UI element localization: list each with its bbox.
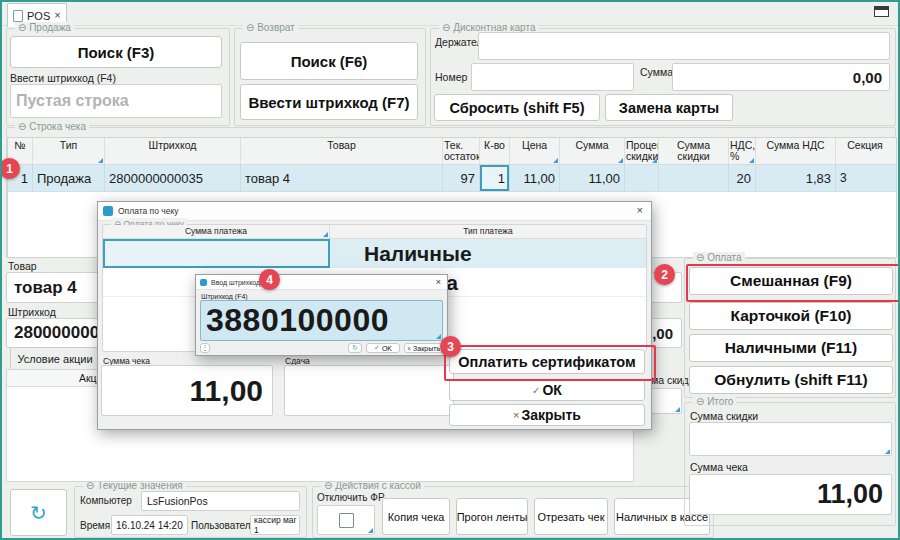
payment-table-header: Сумма платежа Тип платежа: [103, 225, 646, 239]
annotation-circle-1: 1: [0, 158, 20, 179]
card-sum-field[interactable]: 0,00: [672, 63, 890, 91]
totals-discount-field[interactable]: [689, 422, 892, 456]
check-icon: ✓: [532, 385, 540, 396]
payment-col-sum[interactable]: Сумма платежа: [103, 225, 330, 238]
totals-sum-field[interactable]: 11,00: [689, 474, 892, 515]
totals-title: Итого: [707, 396, 733, 407]
cell-section[interactable]: 3: [836, 165, 894, 191]
payment-dialog-title: Оплата по чеку: [118, 206, 179, 216]
barcode-dialog-title: Ввод штрихкода: [211, 279, 264, 286]
sale-search-button[interactable]: Поиск (F3): [10, 36, 222, 68]
cell-discount-sum[interactable]: [659, 165, 729, 191]
barcode-close-button[interactable]: ×Закрыть: [404, 343, 443, 353]
col-header-discount-pct[interactable]: Процент скидки: [625, 138, 659, 164]
payment-row-cash[interactable]: Наличные: [103, 239, 646, 268]
dialog-close-button[interactable]: ×Закрыть: [449, 404, 645, 426]
cash-payment-button[interactable]: Наличными (F11): [689, 334, 893, 362]
cell-type[interactable]: Продажа: [33, 165, 105, 191]
disable-fr-label: Отключить ФР: [317, 492, 385, 504]
computer-field[interactable]: LsFusionPos: [141, 491, 300, 511]
annotation-circle-4: 4: [259, 269, 280, 290]
change-field[interactable]: [284, 365, 454, 416]
cut-receipt-button[interactable]: Отрезать чек: [534, 498, 608, 535]
collapse-icon[interactable]: ⊖: [18, 121, 26, 132]
cell-stock[interactable]: 97: [443, 165, 480, 191]
barcode-dialog-titlebar[interactable]: Ввод штрихкода ×: [196, 275, 447, 290]
time-label: Время: [80, 520, 110, 532]
cell-price[interactable]: 11,00: [510, 165, 560, 191]
col-header-barcode[interactable]: Штрихкод: [105, 138, 241, 164]
barcode-close-label: Закрыть: [413, 345, 440, 352]
check-icon: ✓: [374, 344, 380, 352]
refresh-button[interactable]: ↻: [10, 489, 67, 536]
barcode-menu-button[interactable]: ⋮: [200, 343, 210, 353]
annotation-circle-3: 3: [440, 336, 461, 357]
table-row[interactable]: 1 Продажа 2800000000035 товар 4 97 1 11,…: [8, 165, 896, 192]
card-holder-field[interactable]: [478, 32, 890, 60]
restore-window-icon[interactable]: [874, 6, 889, 17]
tab-label: POS: [27, 10, 50, 22]
col-header-sum[interactable]: Сумма: [560, 138, 625, 164]
refund-barcode-button[interactable]: Ввести штрихкод (F7): [240, 84, 418, 120]
receipt-copy-button[interactable]: Копия чека: [382, 498, 450, 535]
dialog-receipt-sum-field[interactable]: 11,00: [101, 365, 273, 416]
payment-col-type[interactable]: Тип платежа: [330, 225, 646, 238]
time-field[interactable]: 16.10.24 14:20: [111, 515, 188, 535]
disable-fr-checkbox[interactable]: [339, 513, 354, 528]
cell-vat-sum[interactable]: 1,83: [756, 165, 836, 191]
col-header-section[interactable]: Секция: [836, 138, 894, 164]
tape-feed-button[interactable]: Прогон ленты: [456, 498, 528, 535]
clear-receipt-button[interactable]: Обнулить (shift F11): [689, 366, 893, 394]
collapse-icon[interactable]: ⊖: [246, 22, 254, 33]
computer-label: Компьютер: [80, 495, 132, 507]
col-header-vat-sum[interactable]: Сумма НДС: [756, 138, 836, 164]
col-header-qty[interactable]: К-во: [480, 138, 510, 164]
barcode-dialog-close-icon[interactable]: ×: [436, 277, 441, 288]
col-header-stock[interactable]: Тек. остаток: [443, 138, 480, 164]
dots-icon: ⋮: [202, 344, 209, 352]
cell-sum[interactable]: 11,00: [560, 165, 625, 191]
card-reset-button[interactable]: Сбросить (shift F5): [434, 94, 600, 121]
tab-close-icon[interactable]: ×: [54, 10, 60, 21]
promo-condition-tab[interactable]: Условие акции: [10, 347, 100, 369]
refund-group-title: Возврат: [257, 22, 295, 33]
payment-type-cell[interactable]: Наличные: [330, 239, 646, 268]
payment-sum-cell[interactable]: [103, 239, 330, 268]
document-icon: [13, 10, 23, 22]
user-label: Пользователь: [191, 520, 256, 532]
card-number-field[interactable]: [471, 63, 634, 91]
barcode-entry-input[interactable]: 3880100000: [200, 300, 443, 341]
payment-dialog-close-icon[interactable]: ×: [637, 205, 643, 216]
product-name-label: Товар: [8, 260, 37, 272]
cell-product[interactable]: товар 4: [241, 165, 443, 191]
totals-sum-label: Сумма чека: [690, 461, 748, 473]
cell-qty[interactable]: 1: [480, 165, 510, 191]
dialog-ok-button[interactable]: ✓ОК: [449, 379, 645, 401]
card-sum-label: Сумма: [640, 66, 673, 78]
cell-discount-pct[interactable]: [625, 165, 659, 191]
cell-barcode[interactable]: 2800000000035: [105, 165, 241, 191]
col-header-vat[interactable]: НДС, %: [729, 138, 756, 164]
refund-search-button[interactable]: Поиск (F6): [240, 42, 418, 80]
sale-barcode-input[interactable]: [10, 84, 222, 118]
receipt-table-header: № Тип Штрихкод Товар Тек. остаток К-во Ц…: [8, 138, 896, 165]
collapse-icon[interactable]: ⊖: [696, 396, 704, 407]
totals-discount-label: Сумма скидки: [690, 410, 758, 422]
collapse-icon[interactable]: ⊖: [442, 22, 450, 33]
annotation-circle-2: 2: [654, 264, 675, 285]
col-header-product[interactable]: Товар: [241, 138, 443, 164]
lsfusion-logo-icon: [200, 279, 207, 286]
refresh-icon: ↻: [352, 344, 358, 352]
card-payment-button[interactable]: Карточкой (F10): [689, 302, 893, 330]
col-header-price[interactable]: Цена: [510, 138, 560, 164]
user-field[interactable]: кассир маг 1: [250, 515, 300, 535]
collapse-icon[interactable]: ⊖: [696, 252, 704, 263]
collapse-icon[interactable]: ⊖: [18, 22, 26, 33]
barcode-ok-button[interactable]: ✓OK: [366, 343, 400, 353]
cell-vat[interactable]: 20: [729, 165, 756, 191]
col-header-type[interactable]: Тип: [33, 138, 105, 164]
col-header-discount-sum[interactable]: Сумма скидки: [659, 138, 729, 164]
annotation-box-certificate: [444, 345, 656, 381]
barcode-refresh-button[interactable]: ↻: [348, 343, 362, 353]
card-replace-button[interactable]: Замена карты: [605, 94, 733, 121]
